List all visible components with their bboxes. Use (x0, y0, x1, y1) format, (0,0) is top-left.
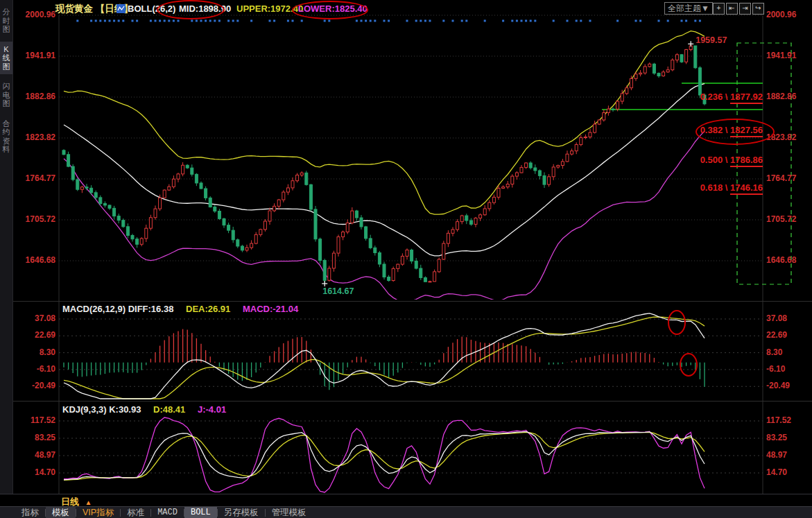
y-tick-label: 1823.82 (766, 132, 808, 142)
macd-dea-label: DEA:26.91 (186, 304, 230, 314)
fib-level-label: 0.500 \ 1786.86 (697, 155, 763, 165)
y-tick-label: 22.69 (14, 330, 55, 340)
y-tick-label: 1882.86 (14, 92, 55, 101)
y-tick-label: 1705.72 (766, 214, 808, 224)
theme-selector-button[interactable]: 全部主题▼ (664, 2, 713, 15)
price-chart-canvas[interactable] (0, 0, 812, 506)
sidebar-item-K线图[interactable]: K线图 (0, 42, 12, 75)
y-tick-label: 48.97 (14, 450, 55, 460)
fib-ratio: 0.236 \ (700, 92, 730, 102)
macd-panel-header: MACD(26,12,9) DIFF:16.38 DEA:26.91 MACD:… (62, 304, 298, 314)
x-axis-row: 日线 ▲ (0, 494, 812, 507)
toolbar-tab-模板[interactable]: 模板 (46, 507, 76, 518)
period-label: 日线 (61, 497, 79, 507)
toolbar-tab-管理模板[interactable]: 管理模板 (266, 507, 313, 518)
boll-lower-value: LOWER:1825.40 (298, 3, 368, 14)
exit-icon[interactable]: ↪ (752, 3, 764, 15)
macd-value-label: MACD:-21.04 (243, 304, 298, 314)
y-tick-label: -6.10 (766, 364, 808, 374)
y-tick-label: -20.49 (14, 381, 55, 390)
toolbar-tab-标准[interactable]: 标准 (121, 507, 150, 518)
period-arrow-icon: ▲ (85, 499, 92, 506)
kdj-panel-header: KDJ(9,3,3) K:30.93 D:48.41 J:-4.01 (62, 404, 226, 415)
y-tick-label: 14.70 (14, 467, 55, 477)
sidebar-item-合约资料[interactable]: 合约资料 (0, 116, 12, 157)
y-tick-label: 1764.77 (766, 173, 808, 183)
toolbar-tab-VIP指标[interactable]: VIP指标 (76, 507, 120, 518)
left-sidebar: 分时图K线图闪电图合约资料 (0, 0, 13, 494)
y-tick-label: 83.25 (14, 433, 55, 442)
fib-price: 1746.16 (730, 182, 763, 195)
y-tick-label: 48.97 (766, 450, 808, 460)
y-tick-label: 1882.86 (766, 92, 808, 101)
y-tick-label: 22.69 (766, 330, 808, 340)
fib-price: 1827.56 (730, 125, 763, 137)
pan-icon[interactable]: + (713, 3, 725, 15)
fib-ratio: 0.382 \ (700, 125, 730, 135)
macd-diff-label: MACD(26,12,9) DIFF:16.38 (62, 304, 173, 314)
low-price-label: 1614.67 (322, 286, 354, 296)
y-tick-label: 8.30 (14, 347, 55, 357)
y-tick-label: 8.30 (766, 347, 808, 357)
y-tick-label: 14.70 (766, 467, 808, 477)
fib-level-label: 0.382 \ 1827.56 (697, 125, 763, 135)
compress-x-icon[interactable]: ⇤ (726, 3, 738, 15)
kdj-d-label: D:48.41 (153, 404, 185, 415)
y-tick-label: 1705.72 (14, 214, 55, 224)
app-window: 分时图K线图闪电图合约资料 现货黄金 【日线】 BOLL(26,2) MID:1… (0, 0, 812, 518)
y-tick-label: 1646.68 (766, 255, 808, 265)
expand-x-icon[interactable]: ⇥ (739, 3, 751, 15)
y-tick-label: 1764.77 (14, 173, 55, 183)
toolbar-tab-指标[interactable]: 指标 (15, 507, 45, 518)
toolbar-tab-另存模板[interactable]: 另存模板 (218, 507, 265, 518)
y-tick-label: 1941.91 (14, 51, 55, 60)
kdj-k-label: KDJ(9,3,3) K:30.93 (62, 404, 141, 415)
y-tick-label: 37.08 (766, 313, 808, 323)
y-tick-label: 1941.91 (766, 51, 808, 60)
peak-price-label: 1959.57 (696, 35, 727, 45)
y-tick-label: 1646.68 (14, 255, 55, 265)
y-tick-label: 117.52 (14, 415, 55, 425)
boll-mid-value: MID:1898.90 (179, 3, 231, 14)
fib-price: 1877.92 (730, 92, 763, 104)
boll-label: BOLL(26,2) (128, 3, 175, 14)
sidebar-item-分时图[interactable]: 分时图 (0, 4, 12, 37)
y-tick-label: 1823.82 (14, 132, 55, 142)
y-tick-label: 83.25 (766, 433, 808, 442)
chart-header: 现货黄金 【日线】 BOLL(26,2) MID:1898.90 UPPER:1… (0, 0, 812, 18)
fib-price: 1786.86 (730, 155, 763, 167)
y-tick-label: -20.49 (766, 381, 808, 390)
sidebar-item-闪电图[interactable]: 闪电图 (0, 78, 12, 112)
kline-chart-icon (116, 4, 126, 15)
bottom-toolbar: 指标模板VIP指标标准MACDBOLL另存模板管理模板 (0, 506, 812, 518)
fib-ratio: 0.618 \ (700, 182, 730, 193)
kdj-j-label: J:-4.01 (198, 404, 226, 415)
fib-level-label: 0.618 \ 1746.16 (697, 182, 763, 193)
y-tick-label: 37.08 (14, 313, 55, 323)
y-tick-label: -6.10 (14, 364, 55, 374)
toolbar-tab-MACD[interactable]: MACD (151, 507, 184, 518)
y-tick-label: 117.52 (766, 415, 808, 425)
fib-level-label: 0.236 \ 1877.92 (697, 92, 763, 102)
fib-ratio: 0.500 \ (700, 155, 730, 165)
toolbar-tab-BOLL[interactable]: BOLL (184, 507, 217, 518)
boll-upper-value: UPPER:1972.40 (236, 3, 303, 14)
